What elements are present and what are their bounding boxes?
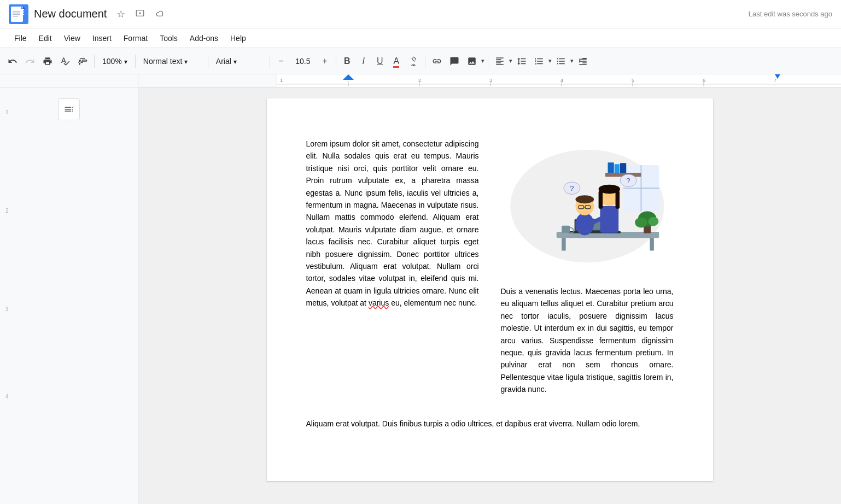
text-color-button[interactable]: A: [389, 52, 404, 70]
svg-point-11: [139, 13, 141, 14]
zoom-dropdown[interactable]: 100%: [98, 52, 132, 70]
align-button[interactable]: [492, 52, 508, 70]
font-size-increase[interactable]: +: [317, 52, 332, 70]
left-column: Lorem ipsum dolor sit amet, consectetur …: [306, 138, 479, 396]
italic-button[interactable]: I: [356, 52, 371, 70]
menu-format[interactable]: Format: [118, 32, 153, 45]
bottom-paragraph: Aliquam erat volutpat. Duis finibus turp…: [306, 418, 674, 430]
ruler-svg: 1 2 3 4 5 6 7: [277, 74, 841, 87]
doc-title[interactable]: New document: [34, 8, 107, 20]
font-size-decrease[interactable]: −: [273, 52, 289, 70]
font-dropdown[interactable]: Arial: [212, 52, 266, 70]
svg-text:5: 5: [632, 78, 634, 83]
svg-text:?: ?: [570, 184, 574, 192]
highlight-button[interactable]: [405, 52, 422, 70]
title-bar: New document ☆ Last edit was seconds ago: [0, 0, 841, 28]
bold-button[interactable]: B: [340, 52, 355, 70]
toolbar-divider-5: [336, 55, 336, 68]
star-icon[interactable]: ☆: [114, 6, 127, 22]
outline-icon[interactable]: [58, 98, 80, 120]
unordered-list-button[interactable]: [553, 52, 569, 70]
svg-rect-35: [620, 163, 626, 173]
svg-rect-33: [608, 162, 614, 173]
menu-edit[interactable]: Edit: [33, 32, 57, 45]
toolbar-divider-4: [270, 55, 270, 68]
paint-format-button[interactable]: [74, 52, 91, 70]
page-marker-2: 2: [5, 208, 9, 214]
svg-rect-37: [562, 238, 566, 250]
font-value: Arial: [216, 57, 231, 66]
toolbar-divider-1: [94, 55, 95, 68]
svg-text:7: 7: [774, 78, 776, 83]
document-page: Lorem ipsum dolor sit amet, consectetur …: [267, 98, 713, 481]
ordered-list-arrow[interactable]: ▾: [548, 57, 552, 65]
svg-text:4: 4: [560, 78, 563, 83]
menu-file[interactable]: File: [9, 32, 32, 45]
svg-rect-59: [562, 226, 570, 233]
menu-insert[interactable]: Insert: [87, 32, 117, 45]
svg-point-63: [648, 217, 658, 226]
spellcheck-button[interactable]: [57, 52, 73, 70]
svg-rect-7: [13, 13, 20, 14]
image-button[interactable]: [464, 52, 480, 70]
app-icon: [9, 4, 28, 24]
menu-bar: File Edit View Insert Format Tools Add-o…: [0, 28, 841, 48]
document-area[interactable]: Lorem ipsum dolor sit amet, consectetur …: [138, 87, 841, 504]
menu-help[interactable]: Help: [225, 32, 252, 45]
page-marker-3: 3: [5, 306, 9, 312]
ordered-list-button[interactable]: [531, 52, 547, 70]
menu-tools[interactable]: Tools: [154, 32, 183, 45]
ruler: 1 2 3 4 5 6 7: [0, 74, 841, 87]
style-dropdown[interactable]: Normal text: [139, 52, 205, 70]
undo-button[interactable]: [4, 52, 21, 70]
zoom-value: 100%: [102, 57, 122, 66]
right-column: ? ?: [501, 138, 674, 396]
image-dropdown-arrow[interactable]: ▾: [481, 57, 484, 65]
misspelled-word: varius: [369, 298, 389, 307]
svg-text:?: ?: [626, 177, 630, 185]
menu-addons[interactable]: Add-ons: [184, 32, 224, 45]
svg-text:1: 1: [280, 78, 283, 83]
style-value: Normal text: [143, 57, 183, 66]
svg-rect-9: [13, 16, 18, 17]
link-button[interactable]: [429, 52, 445, 70]
toolbar-divider-7: [488, 55, 488, 68]
indent-button[interactable]: [575, 52, 591, 70]
svg-rect-52: [598, 191, 603, 209]
svg-rect-49: [600, 206, 618, 233]
svg-rect-53: [615, 191, 620, 209]
unordered-list-arrow[interactable]: ▾: [570, 57, 574, 65]
main-paragraph: Lorem ipsum dolor sit amet, consectetur …: [306, 138, 479, 309]
menu-view[interactable]: View: [59, 32, 86, 45]
font-size-input[interactable]: 10.5: [290, 57, 316, 66]
align-dropdown-arrow[interactable]: ▾: [509, 57, 512, 65]
toolbar: 100% Normal text Arial − 10.5 + B I U A …: [0, 48, 841, 74]
page-marker-1: 1: [5, 109, 9, 115]
style-chevron: [184, 57, 188, 66]
comment-button[interactable]: [446, 52, 463, 70]
svg-marker-26: [343, 74, 354, 80]
drive-icon[interactable]: [133, 6, 147, 22]
bottom-section: Aliquam erat volutpat. Duis finibus turp…: [306, 418, 674, 430]
print-button[interactable]: [39, 52, 56, 70]
zoom-chevron: [124, 57, 127, 66]
illustration-container: ? ?: [501, 138, 674, 274]
left-sidebar: 1 2 3 4: [0, 87, 138, 504]
toolbar-divider-2: [135, 55, 136, 68]
svg-text:6: 6: [703, 78, 705, 83]
redo-button[interactable]: [22, 52, 38, 70]
svg-text:2: 2: [418, 78, 421, 83]
cloud-icon[interactable]: [153, 6, 167, 22]
font-chevron: [233, 57, 237, 66]
svg-rect-8: [13, 14, 20, 15]
underline-button[interactable]: U: [372, 52, 388, 70]
svg-text:3: 3: [489, 78, 492, 83]
svg-point-62: [635, 218, 647, 228]
toolbar-divider-3: [208, 55, 208, 68]
page-marker-4: 4: [5, 394, 9, 400]
main-area: 1 2 3 4 Lorem ipsum dolor sit amet, cons…: [0, 87, 841, 504]
line-spacing-button[interactable]: [513, 52, 530, 70]
svg-rect-38: [650, 238, 654, 250]
toolbar-divider-6: [425, 55, 425, 68]
svg-point-45: [575, 195, 594, 203]
